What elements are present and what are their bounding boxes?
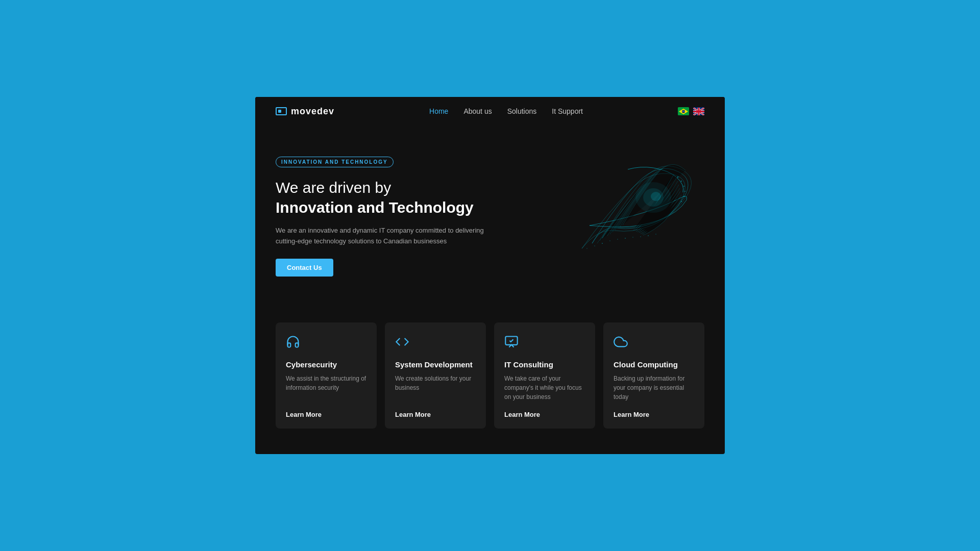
- nav-item-about[interactable]: About us: [463, 107, 492, 116]
- nav-item-solutions[interactable]: Solutions: [507, 107, 537, 116]
- nav-flags: [678, 107, 704, 115]
- flag-brazil[interactable]: [678, 107, 689, 115]
- nav-link-itsupport[interactable]: It Support: [552, 107, 583, 115]
- svg-point-15: [602, 243, 603, 244]
- svg-point-16: [609, 240, 610, 241]
- hero-title-line2: Innovation and Technology: [276, 197, 531, 217]
- flag-uk[interactable]: [693, 107, 704, 115]
- svg-point-27: [683, 186, 684, 187]
- logo-icon: [276, 107, 287, 115]
- navbar: movedev Home About us Solutions It Suppo…: [255, 97, 725, 126]
- svg-point-30: [681, 201, 682, 202]
- card-cybersecurity-desc: We assist in the structuring of informat…: [286, 374, 366, 402]
- hero-title-line1: We are driven by: [276, 179, 391, 196]
- card-itconsulting-desc: We take care of your company's it while …: [504, 374, 585, 402]
- card-cybersecurity: Cybersecurity We assist in the structuri…: [276, 322, 377, 429]
- hero-description: We are an innovative and dynamic IT comp…: [276, 226, 490, 247]
- svg-point-17: [617, 239, 618, 240]
- nav-links: Home About us Solutions It Support: [429, 107, 583, 116]
- cloud-icon: [614, 335, 694, 352]
- contact-us-button[interactable]: Contact Us: [276, 259, 333, 277]
- svg-point-23: [594, 245, 595, 246]
- nav-link-about[interactable]: About us: [463, 107, 492, 115]
- card-system-development: System Development We create solutions f…: [385, 322, 486, 429]
- svg-point-28: [684, 191, 685, 192]
- card-it-consulting: IT Consulting We take care of your compa…: [494, 322, 595, 429]
- card-system-title: System Development: [395, 360, 476, 369]
- nav-item-home[interactable]: Home: [429, 107, 448, 116]
- hero-title: We are driven by Innovation and Technolo…: [276, 178, 531, 217]
- svg-point-19: [632, 237, 633, 238]
- card-cloud-learn[interactable]: Learn More: [614, 411, 694, 418]
- svg-point-18: [625, 238, 626, 239]
- hero-badge: INNOVATION AND TECHNOLOGY: [276, 157, 394, 167]
- hero-section: INNOVATION AND TECHNOLOGY We are driven …: [255, 126, 725, 297]
- card-cybersecurity-learn[interactable]: Learn More: [286, 411, 366, 418]
- nav-link-solutions[interactable]: Solutions: [507, 107, 537, 115]
- logo[interactable]: movedev: [276, 106, 334, 117]
- svg-point-26: [681, 181, 682, 182]
- svg-point-29: [683, 196, 684, 197]
- svg-point-25: [677, 177, 678, 178]
- main-window: movedev Home About us Solutions It Suppo…: [255, 97, 725, 455]
- card-cybersecurity-title: Cybersecurity: [286, 360, 366, 369]
- card-system-desc: We create solutions for your business: [395, 374, 476, 402]
- svg-point-22: [655, 234, 656, 235]
- nav-link-home[interactable]: Home: [429, 107, 448, 115]
- card-system-learn[interactable]: Learn More: [395, 411, 476, 418]
- headset-icon: [286, 335, 366, 352]
- card-itconsulting-learn[interactable]: Learn More: [504, 411, 585, 418]
- svg-point-24: [586, 248, 587, 248]
- card-cloud-computing: Cloud Computing Backing up information f…: [603, 322, 704, 429]
- card-itconsulting-title: IT Consulting: [504, 360, 585, 369]
- nav-item-itsupport[interactable]: It Support: [552, 107, 583, 116]
- cards-section: Cybersecurity We assist in the structuri…: [255, 312, 725, 454]
- hero-visual: [551, 141, 704, 274]
- logo-text: movedev: [291, 106, 334, 117]
- svg-point-20: [640, 236, 641, 237]
- svg-point-14: [651, 192, 661, 201]
- code-icon: [395, 335, 476, 352]
- card-cloud-title: Cloud Computing: [614, 360, 694, 369]
- card-cloud-desc: Backing up information for your company …: [614, 374, 694, 402]
- monitor-check-icon: [504, 335, 585, 352]
- svg-point-21: [648, 235, 649, 236]
